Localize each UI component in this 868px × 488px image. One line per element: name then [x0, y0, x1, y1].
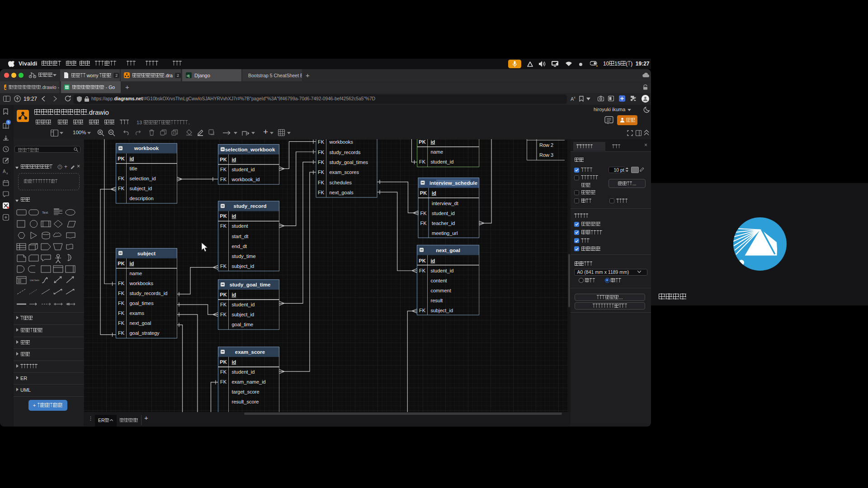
- svg-text:FK: FK: [118, 281, 125, 286]
- svg-text:FK: FK: [318, 190, 325, 195]
- svg-text:exam_name_id: exam_name_id: [232, 379, 266, 385]
- svg-text:FK: FK: [420, 211, 427, 216]
- svg-text:id: id: [130, 156, 134, 161]
- svg-text:study_goal_time: study_goal_time: [230, 282, 271, 287]
- svg-text:FK: FK: [220, 263, 227, 269]
- svg-text:content: content: [431, 278, 447, 283]
- svg-text:FK: FK: [318, 169, 325, 175]
- svg-text:goal_time: goal_time: [232, 322, 254, 327]
- svg-text:FK: FK: [220, 177, 227, 182]
- svg-text:PK: PK: [220, 213, 226, 219]
- svg-text:student_id: student_id: [232, 369, 255, 375]
- svg-text:FK: FK: [118, 176, 125, 181]
- svg-text:List Item: List Item: [30, 279, 39, 282]
- svg-text:FK: FK: [118, 320, 125, 326]
- svg-text:FK: FK: [220, 312, 227, 317]
- svg-text:name: name: [130, 271, 142, 276]
- svg-text:FK: FK: [220, 369, 227, 375]
- svg-text:x: x: [6, 172, 8, 175]
- svg-text:title: title: [130, 166, 137, 171]
- svg-text:FK: FK: [118, 186, 125, 191]
- svg-text:workbook_id: workbook_id: [231, 177, 260, 182]
- svg-text:FK: FK: [419, 159, 426, 164]
- svg-text:FK: FK: [318, 160, 325, 165]
- svg-text:FK: FK: [220, 302, 227, 307]
- svg-text:FK: FK: [118, 330, 125, 336]
- svg-text:exam_scores: exam_scores: [330, 169, 359, 175]
- svg-text:subject_id: subject_id: [232, 312, 255, 317]
- svg-text:id: id: [431, 139, 435, 145]
- svg-text:?: ?: [59, 165, 61, 169]
- svg-text:student_id: student_id: [431, 268, 454, 273]
- svg-text:target_score: target_score: [232, 389, 259, 394]
- svg-text:next_goal: next_goal: [436, 248, 460, 253]
- svg-text:A: A: [3, 169, 6, 174]
- svg-text:name: name: [431, 149, 443, 155]
- svg-text:next_goals: next_goals: [330, 190, 354, 195]
- svg-text:selection_id: selection_id: [130, 176, 156, 181]
- svg-text:FK: FK: [420, 221, 427, 226]
- svg-text:selection_workbook: selection_workbook: [225, 147, 275, 152]
- svg-text:next_goal: next_goal: [130, 320, 151, 326]
- svg-text:id: id: [232, 213, 236, 219]
- svg-text:FK: FK: [318, 139, 325, 145]
- svg-text:PK: PK: [419, 258, 425, 263]
- svg-text:PK: PK: [118, 156, 124, 161]
- svg-text:study_time: study_time: [232, 253, 256, 259]
- svg-text:FK: FK: [220, 379, 227, 385]
- svg-text:interview_schedule: interview_schedule: [429, 180, 477, 186]
- svg-text:end_dt: end_dt: [232, 244, 247, 249]
- svg-text:FK: FK: [419, 308, 426, 313]
- svg-text:FK: FK: [419, 268, 426, 273]
- svg-text:id: id: [232, 292, 236, 297]
- svg-text:PK: PK: [420, 190, 427, 196]
- svg-text:id: id: [431, 258, 435, 263]
- svg-text:study_goal_times: study_goal_times: [330, 160, 368, 165]
- svg-text:id: id: [130, 261, 134, 266]
- svg-text:PK: PK: [419, 139, 425, 145]
- svg-text:goal_times: goal_times: [130, 300, 154, 306]
- svg-text:FK: FK: [220, 223, 227, 229]
- svg-text:interview_dt: interview_dt: [432, 201, 458, 206]
- svg-text:subject_id: subject_id: [232, 263, 255, 269]
- svg-text:Text: Text: [42, 211, 48, 214]
- svg-text:PK: PK: [118, 261, 124, 266]
- svg-text:student: student: [232, 223, 248, 229]
- svg-text:comment: comment: [431, 288, 451, 293]
- svg-text:FK: FK: [118, 300, 125, 306]
- svg-text:description: description: [130, 196, 154, 201]
- svg-text:goal_strategy: goal_strategy: [130, 330, 160, 336]
- svg-text:FK: FK: [118, 310, 125, 316]
- svg-text:start_dt: start_dt: [232, 234, 249, 239]
- svg-text:Row 3: Row 3: [539, 152, 553, 158]
- svg-text:subject_id: subject_id: [431, 308, 453, 313]
- svg-text:FK: FK: [318, 150, 325, 155]
- svg-text:FK: FK: [118, 291, 125, 296]
- svg-text:exam_score: exam_score: [235, 349, 265, 355]
- svg-text:student_id: student_id: [431, 159, 454, 164]
- svg-text:FK: FK: [220, 167, 227, 172]
- svg-text:student_id: student_id: [232, 302, 255, 307]
- svg-text:PK: PK: [220, 292, 226, 297]
- svg-text:PK: PK: [220, 157, 226, 162]
- svg-text:meeting_url: meeting_url: [432, 230, 458, 236]
- svg-text:study_record: study_record: [234, 203, 267, 209]
- svg-text:Row 2: Row 2: [539, 142, 553, 148]
- svg-text:dj: dj: [187, 74, 189, 78]
- svg-text:result_score: result_score: [232, 399, 259, 404]
- svg-text:subject: subject: [137, 251, 156, 256]
- svg-text:schedules: schedules: [330, 180, 352, 185]
- svg-text:exams: exams: [130, 310, 145, 316]
- svg-text:id: id: [232, 157, 236, 162]
- svg-text:id: id: [232, 359, 236, 365]
- svg-text:workbook: workbook: [134, 145, 159, 151]
- svg-text:id: id: [432, 190, 436, 196]
- svg-text:workbooks: workbooks: [129, 281, 154, 286]
- svg-text:study_records: study_records: [330, 150, 361, 155]
- svg-text:student_id: student_id: [432, 211, 455, 216]
- svg-text:FK: FK: [318, 180, 325, 185]
- svg-text:subject_id: subject_id: [130, 186, 152, 191]
- svg-text:student_id: student_id: [232, 167, 255, 172]
- svg-text:workbooks: workbooks: [329, 139, 354, 145]
- svg-text:result: result: [431, 298, 443, 303]
